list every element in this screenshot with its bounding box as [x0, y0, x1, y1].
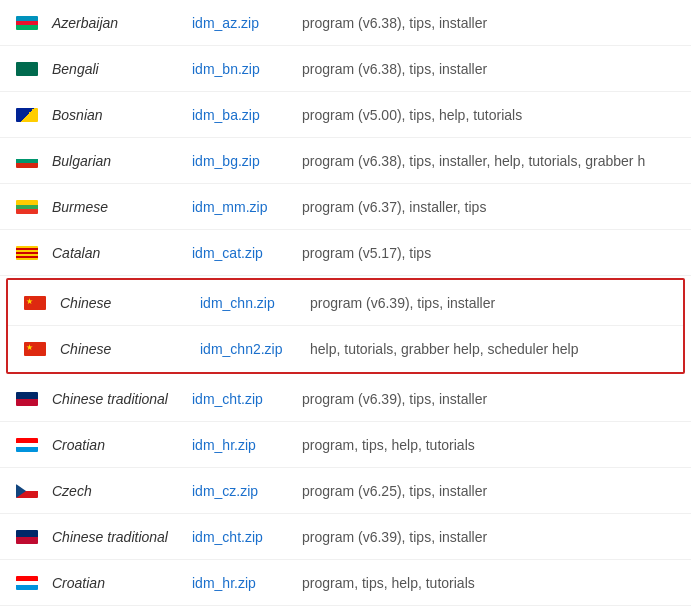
language-name-col: Chinese — [60, 295, 200, 311]
desc-col: program (v6.39), tips, installer — [302, 391, 675, 407]
flag-col — [16, 530, 52, 544]
desc-col: program (v6.39), tips, installer — [302, 529, 675, 545]
file-link[interactable]: idm_cht.zip — [192, 529, 263, 545]
language-name-col: Croatian — [52, 437, 192, 453]
flag-col — [16, 154, 52, 168]
flag-icon-hr — [16, 438, 38, 452]
file-link[interactable]: idm_chn.zip — [200, 295, 275, 311]
language-name-col: Bulgarian — [52, 153, 192, 169]
language-name: Chinese — [60, 295, 111, 311]
file-col: idm_mm.zip — [192, 199, 302, 215]
language-row-chinese1: ★Chineseidm_chn.zipprogram (v6.39), tips… — [8, 280, 683, 326]
file-link[interactable]: idm_chn2.zip — [200, 341, 283, 357]
file-col: idm_chn.zip — [200, 295, 310, 311]
file-col: idm_bn.zip — [192, 61, 302, 77]
file-col: idm_bg.zip — [192, 153, 302, 169]
language-row-azerbaijani: Azerbaijanidm_az.zipprogram (v6.38), tip… — [0, 0, 691, 46]
flag-icon-tw — [16, 530, 38, 544]
language-row-chinese2: ★Chineseidm_chn2.ziphelp, tutorials, gra… — [8, 326, 683, 372]
flag-col — [16, 246, 52, 260]
file-col: idm_hr.zip — [192, 575, 302, 591]
flag-col: ★ — [24, 296, 60, 310]
file-col: idm_hr.zip — [192, 437, 302, 453]
flag-icon-az — [16, 16, 38, 30]
language-name: Chinese — [60, 341, 111, 357]
language-name: Croatian — [52, 437, 105, 453]
flag-icon-cat — [16, 246, 38, 260]
language-row-chinese-traditional: Chinese traditionalidm_cht.zipprogram (v… — [0, 514, 691, 560]
language-name-col: Catalan — [52, 245, 192, 261]
flag-icon-bg — [16, 154, 38, 168]
language-name: Burmese — [52, 199, 108, 215]
language-name-col: Czech — [52, 483, 192, 499]
flag-icon-bn — [16, 62, 38, 76]
file-col: idm_cht.zip — [192, 391, 302, 407]
flag-col — [16, 438, 52, 452]
flag-col — [16, 62, 52, 76]
language-name-col: Azerbaijan — [52, 15, 192, 31]
language-row-catalan: Catalanidm_cat.zipprogram (v5.17), tips — [0, 230, 691, 276]
language-name-col: Bosnian — [52, 107, 192, 123]
file-link[interactable]: idm_bg.zip — [192, 153, 260, 169]
desc-col: program (v6.38), tips, installer, help, … — [302, 153, 675, 169]
desc-col: program (v5.00), tips, help, tutorials — [302, 107, 675, 123]
file-link[interactable]: idm_cat.zip — [192, 245, 263, 261]
file-link[interactable]: idm_az.zip — [192, 15, 259, 31]
flag-icon-ba — [16, 108, 38, 122]
language-row-chinese-traditional: Chinese traditionalidm_cht.zipprogram (v… — [0, 376, 691, 422]
file-link[interactable]: idm_ba.zip — [192, 107, 260, 123]
file-link[interactable]: idm_mm.zip — [192, 199, 267, 215]
language-name: Bosnian — [52, 107, 103, 123]
flag-icon-cz — [16, 484, 38, 498]
language-row-bosnian: Bosnianidm_ba.zipprogram (v5.00), tips, … — [0, 92, 691, 138]
flag-col — [16, 108, 52, 122]
flag-col: ★ — [24, 342, 60, 356]
language-name: Bulgarian — [52, 153, 111, 169]
file-link[interactable]: idm_hr.zip — [192, 437, 256, 453]
file-col: idm_cht.zip — [192, 529, 302, 545]
language-name-col: Chinese — [60, 341, 200, 357]
file-link[interactable]: idm_cz.zip — [192, 483, 258, 499]
language-name: Czech — [52, 483, 92, 499]
file-col: idm_az.zip — [192, 15, 302, 31]
language-name-col: Bengali — [52, 61, 192, 77]
desc-col: program (v6.39), tips, installer — [310, 295, 667, 311]
file-col: idm_ba.zip — [192, 107, 302, 123]
language-name: Azerbaijan — [52, 15, 118, 31]
flag-icon-mm — [16, 200, 38, 214]
desc-col: program (v6.38), tips, installer — [302, 61, 675, 77]
language-name: Chinese traditional — [52, 391, 168, 407]
desc-col: program, tips, help, tutorials — [302, 575, 675, 591]
file-col: idm_chn2.zip — [200, 341, 310, 357]
language-name: Catalan — [52, 245, 100, 261]
language-row-czech: Czechidm_cz.zipprogram (v6.25), tips, in… — [0, 468, 691, 514]
language-name-col: Chinese traditional — [52, 529, 192, 545]
language-row-croatian: Croatianidm_hr.zipprogram, tips, help, t… — [0, 560, 691, 606]
language-name-col: Croatian — [52, 575, 192, 591]
desc-col: program (v6.38), tips, installer — [302, 15, 675, 31]
flag-col — [16, 392, 52, 406]
flag-icon-tw — [16, 392, 38, 406]
file-col: idm_cz.zip — [192, 483, 302, 499]
language-row-burmese: Burmeseidm_mm.zipprogram (v6.37), instal… — [0, 184, 691, 230]
desc-col: program, tips, help, tutorials — [302, 437, 675, 453]
file-col: idm_cat.zip — [192, 245, 302, 261]
language-name: Chinese traditional — [52, 529, 168, 545]
desc-col: program (v6.37), installer, tips — [302, 199, 675, 215]
language-row-bulgarian: Bulgarianidm_bg.zipprogram (v6.38), tips… — [0, 138, 691, 184]
flag-icon-cn: ★ — [24, 296, 46, 310]
language-row-croatian: Croatianidm_hr.zipprogram, tips, help, t… — [0, 422, 691, 468]
desc-col: help, tutorials, grabber help, scheduler… — [310, 341, 667, 357]
flag-col — [16, 576, 52, 590]
highlight-box: ★Chineseidm_chn.zipprogram (v6.39), tips… — [6, 278, 685, 374]
file-link[interactable]: idm_cht.zip — [192, 391, 263, 407]
flag-col — [16, 200, 52, 214]
language-list: Azerbaijanidm_az.zipprogram (v6.38), tip… — [0, 0, 691, 609]
desc-col: program (v6.25), tips, installer — [302, 483, 675, 499]
language-name-col: Burmese — [52, 199, 192, 215]
flag-col — [16, 16, 52, 30]
file-link[interactable]: idm_hr.zip — [192, 575, 256, 591]
file-link[interactable]: idm_bn.zip — [192, 61, 260, 77]
flag-icon-cn: ★ — [24, 342, 46, 356]
desc-col: program (v5.17), tips — [302, 245, 675, 261]
